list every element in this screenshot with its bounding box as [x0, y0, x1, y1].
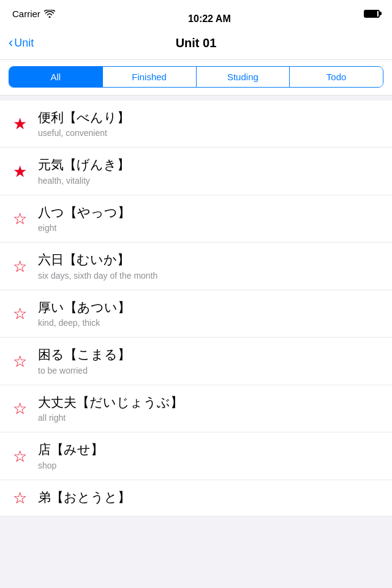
star-empty-icon[interactable]: ☆ [10, 490, 29, 506]
back-label: Unit [14, 37, 34, 50]
vocab-content: 元気【げんき】health, vitality [38, 156, 382, 186]
vocab-japanese: 八つ【やっつ】 [38, 204, 382, 221]
vocab-japanese: 店【みせ】 [38, 441, 382, 458]
status-right [364, 10, 380, 18]
wifi-icon [44, 10, 55, 18]
vocab-english: kind, deep, thick [38, 317, 382, 328]
vocab-content: 弟【おとうと】 [38, 489, 382, 507]
tab-group: AllFinishedStudingTodo [9, 66, 383, 88]
vocab-item[interactable]: ☆八つ【やっつ】eight [0, 195, 392, 243]
vocab-list: ★便利【べんり】useful, convenient★元気【げんき】health… [0, 100, 392, 516]
status-time: 10:22 AM [188, 13, 231, 24]
status-left: Carrier [12, 9, 55, 19]
vocab-item[interactable]: ★元気【げんき】health, vitality [0, 148, 392, 195]
vocab-english: all right [38, 412, 382, 423]
vocab-japanese: 弟【おとうと】 [38, 489, 382, 505]
vocab-content: 便利【べんり】useful, convenient [38, 109, 382, 138]
star-empty-icon[interactable]: ☆ [10, 448, 29, 464]
tab-finished[interactable]: Finished [103, 67, 197, 87]
star-empty-icon[interactable]: ☆ [10, 353, 29, 369]
vocab-japanese: 大丈夫【だいじょうぶ】 [38, 394, 382, 410]
nav-bar: ‹ Unit Unit 01 [0, 27, 392, 60]
star-filled-icon[interactable]: ★ [10, 164, 29, 179]
vocab-japanese: 困る【こまる】 [38, 346, 382, 363]
back-button[interactable]: ‹ Unit [9, 37, 34, 50]
tab-studing[interactable]: Studing [197, 67, 290, 87]
star-empty-icon[interactable]: ☆ [10, 401, 29, 417]
vocab-english: useful, convenient [38, 127, 382, 138]
vocab-japanese: 六日【むいか】 [38, 251, 382, 268]
vocab-item[interactable]: ☆大丈夫【だいじょうぶ】all right [0, 385, 392, 432]
vocab-content: 八つ【やっつ】eight [38, 204, 382, 233]
battery-icon [364, 10, 380, 18]
star-empty-icon[interactable]: ☆ [10, 211, 29, 227]
star-empty-icon[interactable]: ☆ [10, 306, 29, 322]
vocab-english: six days, sixth day of the month [38, 270, 382, 281]
vocab-content: 厚い【あつい】kind, deep, thick [38, 299, 382, 328]
vocab-english: eight [38, 222, 382, 233]
page-title: Unit 01 [176, 36, 217, 50]
tab-all[interactable]: All [9, 67, 103, 87]
vocab-english: shop [38, 460, 382, 471]
vocab-content: 店【みせ】shop [38, 441, 382, 470]
tab-bar: AllFinishedStudingTodo [0, 60, 392, 96]
vocab-content: 大丈夫【だいじょうぶ】all right [38, 394, 382, 423]
status-bar: Carrier 10:22 AM [0, 0, 392, 27]
vocab-japanese: 元気【げんき】 [38, 156, 382, 173]
back-chevron-icon: ‹ [9, 36, 13, 50]
vocab-english: health, vitality [38, 175, 382, 186]
vocab-item[interactable]: ☆困る【こまる】to be worried [0, 337, 392, 385]
star-empty-icon[interactable]: ☆ [10, 258, 29, 274]
battery-fill [365, 11, 377, 17]
vocab-item[interactable]: ☆六日【むいか】six days, sixth day of the month [0, 243, 392, 290]
vocab-content: 困る【こまる】to be worried [38, 346, 382, 375]
carrier-label: Carrier [12, 9, 40, 19]
vocab-content: 六日【むいか】six days, sixth day of the month [38, 251, 382, 281]
vocab-item[interactable]: ☆厚い【あつい】kind, deep, thick [0, 290, 392, 337]
vocab-japanese: 厚い【あつい】 [38, 299, 382, 315]
vocab-english: to be worried [38, 365, 382, 376]
vocab-item[interactable]: ☆店【みせ】shop [0, 432, 392, 480]
vocab-japanese: 便利【べんり】 [38, 109, 382, 126]
vocab-item[interactable]: ★便利【べんり】useful, convenient [0, 100, 392, 148]
vocab-item[interactable]: ☆弟【おとうと】 [0, 480, 392, 516]
star-filled-icon[interactable]: ★ [10, 116, 29, 132]
tab-todo[interactable]: Todo [290, 67, 383, 87]
